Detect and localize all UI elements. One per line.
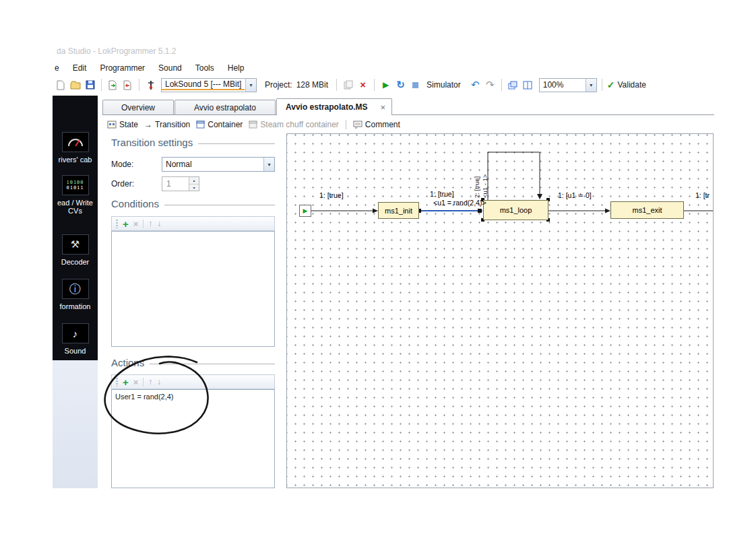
tab-label: Overview [121,103,155,112]
save-icon[interactable] [84,79,96,92]
tab-avvio-estrapolato-ms[interactable]: Avvio estrapolato.MS × [276,98,392,115]
container-tool-button[interactable]: Container [196,120,243,129]
toolbar-separator [336,79,337,91]
info-icon: ⓘ [62,279,89,299]
panel-title: Transition settings [111,137,275,148]
transition-tool-button[interactable]: → Transition [144,120,190,129]
stop-icon[interactable] [409,79,422,92]
state-tool-button[interactable]: State [107,120,138,129]
toolbar-grip [116,220,118,228]
start-play-icon: ▶ [303,207,308,214]
transition-label-clipped: 1: [tr [695,191,710,199]
info-glyph: ⓘ [69,281,81,297]
sidebar-item-drivers-cab[interactable]: rivers' cab [53,132,98,164]
refresh-icon[interactable]: ↻ [394,79,407,92]
menu-programmer[interactable]: Programmer [100,63,145,73]
zoom-select[interactable]: 100% ▾ [539,78,597,92]
abort-icon[interactable]: × [356,79,369,92]
toolbar-separator [346,120,346,129]
spin-up-icon[interactable]: ▴ [189,177,199,185]
conditions-title: Conditions [111,198,275,209]
chevron-down-icon[interactable]: ▾ [245,79,256,92]
steam-chuff-container-icon [249,121,257,129]
close-tab-icon[interactable]: × [380,102,385,112]
sound-note-icon: ♪ [62,323,89,343]
diagram-canvas[interactable]: ▶ ms1_init ms1_loop ms1_exit 1: [true] 1… [286,133,714,488]
order-value: 1 [162,179,189,189]
drivers-cab-icon [62,132,89,152]
actions-list[interactable]: User1 = rand(2,4) [111,389,275,488]
toolbar-separator [143,220,144,228]
new-file-icon[interactable] [54,79,67,92]
spin-buttons: ▴ ▾ [189,177,199,191]
actions-toolbar: + × ↑ ↓ [111,374,275,389]
transition-settings-panel: Transition settings Mode: Normal ▾ Order… [102,133,283,488]
toolbar-separator [501,79,502,91]
undo-icon[interactable]: ↶ [469,79,482,92]
toolbar-grip [116,378,118,387]
transition-condition-label: <u1 = rand(2,4)> [433,199,486,207]
tab-overview[interactable]: Overview [102,100,174,114]
sidebar-item-read-write-cvs[interactable]: 10100 01011 ead / Write CVs [53,175,98,215]
decoder-select[interactable]: LokSound 5 [--- MBit] ▾ [161,78,257,92]
cascade-windows-icon[interactable] [507,79,519,92]
menu-file-partial[interactable]: e [55,63,59,73]
loop-label-line2: <u1 - 1> [481,151,489,198]
redo-icon: ↷ [484,79,497,92]
chevron-down-icon[interactable]: ▾ [263,158,274,171]
start-node[interactable]: ▶ [299,205,311,217]
add-condition-icon[interactable]: + [123,219,129,229]
mode-label: Mode: [111,160,133,169]
menu-sound[interactable]: Sound [158,63,182,73]
validate-button[interactable]: ✓ Validate [607,79,646,90]
sidebar-item-label: rivers' cab [53,156,98,164]
transition-tool-label: Transition [155,120,190,129]
comment-tool-label: Comment [365,120,400,129]
chevron-down-icon[interactable]: ▾ [586,79,596,92]
move-down-icon: ↓ [157,220,161,228]
programmer-connection-icon[interactable] [144,79,157,92]
transition-wires [287,134,714,488]
write-decoder-icon[interactable] [121,79,134,92]
title-rule [150,364,275,364]
steam-chuff-tool-label: Steam chuff container [260,120,339,129]
state-ms1-loop[interactable]: ms1_loop [483,200,548,220]
read-decoder-icon[interactable] [106,79,119,92]
menu-tools[interactable]: Tools [195,63,214,73]
add-action-icon[interactable]: + [123,377,129,387]
state-ms1-exit[interactable]: ms1_exit [610,201,684,219]
sidebar-item-information[interactable]: ⓘ formation [53,279,98,310]
menu-help[interactable]: Help [228,63,245,73]
conditions-list[interactable] [111,231,275,347]
play-icon[interactable]: ▶ [379,79,392,92]
move-down-icon: ↓ [157,378,161,386]
conditions-toolbar: + × ↑ ↓ [111,216,275,231]
action-list-item[interactable]: User1 = rand(2,4) [112,390,274,403]
wrench-glyph: ⚒ [71,238,80,251]
comment-icon [353,121,363,129]
sidebar-item-label: Decoder [53,258,98,266]
order-stepper[interactable]: 1 ▴ ▾ [162,176,199,191]
toolbar-separator [143,378,144,387]
tab-label: Avvio estrapolato.MS [286,102,368,112]
state-icon [107,121,117,129]
open-folder-icon[interactable] [69,79,82,92]
comment-tool-button[interactable]: Comment [353,120,400,129]
read-write-cvs-icon: 10100 01011 [62,175,89,195]
menu-edit[interactable]: Edit [73,63,87,73]
toolbar-separator [374,79,375,91]
tile-windows-icon[interactable] [522,79,534,92]
state-ms1-init[interactable]: ms1_init [378,202,419,219]
sidebar-item-label: Sound [53,347,98,355]
order-label: Order: [111,179,134,189]
mode-select[interactable]: Normal ▾ [162,157,275,172]
title-rule [198,143,275,144]
tab-avvio-estrapolato[interactable]: Avvio estrapolato [175,100,276,114]
spin-down-icon[interactable]: ▾ [189,185,199,191]
sidebar-lower-panel [53,360,98,488]
sidebar-item-sound[interactable]: ♪ Sound [53,323,98,355]
state-tool-label: State [119,120,138,129]
delete-action-icon: × [133,378,139,387]
sidebar-item-decoder[interactable]: ⚒ Decoder [53,234,98,266]
panel-title-text: Transition settings [111,137,193,148]
